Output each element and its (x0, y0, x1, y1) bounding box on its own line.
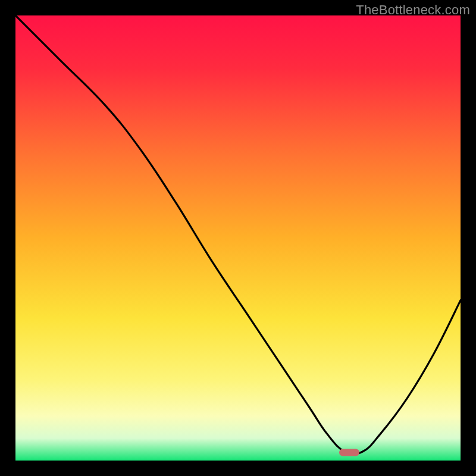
bottleneck-curve-plot (15, 15, 461, 461)
frame: TheBottleneck.com (0, 0, 476, 476)
optimal-marker (339, 449, 359, 456)
watermark-text: TheBottleneck.com (356, 2, 470, 18)
